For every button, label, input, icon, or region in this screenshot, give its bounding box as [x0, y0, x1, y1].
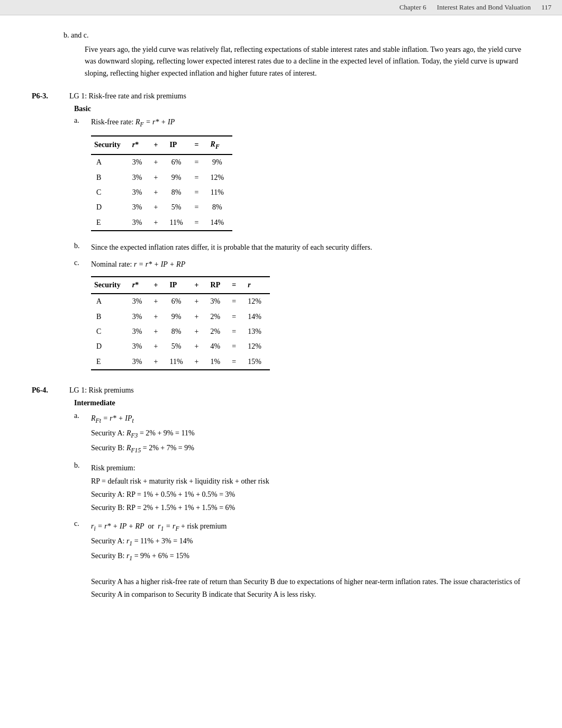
p64-num: P6-4.: [32, 386, 61, 395]
col-plus2b: +: [192, 277, 207, 294]
main-content: b. and c. Five years ago, the yield curv…: [0, 15, 562, 627]
chapter-label: Chapter 6: [400, 3, 427, 12]
bc-text: Five years ago, the yield curve was rela…: [64, 44, 530, 79]
p64-b-line1: Security A: RP = 1% + 0.5% + 1% + 0.5% =…: [91, 488, 530, 501]
table-row: B3%+9%=12%: [91, 170, 232, 185]
problem-p64: P6-4. LG 1: Risk premiums Intermediate a…: [32, 386, 530, 601]
bc-label: b. and c.: [64, 31, 530, 40]
col-plus2a: +: [150, 277, 166, 294]
p64-a-formula: RFt = r* + IPt: [91, 412, 530, 426]
p63-c-formula: Nominal rate: r = r* + IP + RP: [91, 259, 530, 270]
p63-subsection: Basic a. Risk-free rate: RF = r* + IP Se…: [32, 105, 530, 376]
p64-a-letter: a.: [74, 412, 85, 420]
chapter-title: Interest Rates and Bond Valuation: [437, 3, 531, 12]
p64-part-c: c. ri = r* + IP + RP or r1 = rF + risk p…: [74, 520, 530, 600]
p64-a-line1: Security A: RF3 = 2% + 9% = 11%: [91, 426, 530, 441]
p64-c-closing: Security A has a higher risk-free rate o…: [91, 576, 530, 601]
col-r-star: r*: [129, 136, 151, 154]
table-row: D3%+5%+4%=12%: [91, 339, 270, 354]
table-row: E3%+11%=14%: [91, 215, 232, 231]
table-row: A3%+6%=9%: [91, 154, 232, 170]
p63-title: LG 1: Risk-free rate and risk premiums: [69, 92, 186, 101]
p63-part-b: b. Since the expected inflation rates di…: [74, 242, 530, 253]
p64-c-formula: ri = r* + IP + RP or r1 = rF + risk prem…: [91, 520, 530, 534]
p63-a-table: Security r* + IP = RF A3%+6%=9%B3%+9%=12…: [91, 135, 232, 231]
table-row: E3%+11%+1%=15%: [91, 354, 270, 370]
p64-part-a: a. RFt = r* + IPt Security A: RF3 = 2% +…: [74, 412, 530, 456]
col-r-star2: r*: [129, 277, 151, 294]
page-header: Chapter 6 Interest Rates and Bond Valuat…: [0, 0, 562, 15]
p63-c-letter: c.: [74, 259, 85, 267]
table-row: A3%+6%+3%=12%: [91, 294, 270, 309]
p64-a-content: RFt = r* + IPt Security A: RF3 = 2% + 9%…: [91, 412, 530, 456]
table-row: B3%+9%+2%=14%: [91, 310, 270, 324]
p64-subsection: a. RFt = r* + IPt Security A: RF3 = 2% +…: [32, 412, 530, 601]
section-bc: b. and c. Five years ago, the yield curv…: [32, 31, 530, 79]
p63-a-content: Risk-free rate: RF = r* + IP Security r*…: [91, 116, 530, 236]
col-r2: r: [244, 277, 270, 294]
p64-c-letter: c.: [74, 520, 85, 528]
col-security2: Security: [91, 277, 129, 294]
p64-c-line1: Security A: r1 = 11% + 3% = 14%: [91, 534, 530, 549]
p64-b-line2: Security B: RP = 2% + 1.5% + 1% + 1.5% =…: [91, 501, 530, 514]
p64-a-line2: Security B: RF15 = 2% + 7% = 9%: [91, 441, 530, 456]
p63-b-content: Since the expected inflation rates diffe…: [91, 242, 530, 253]
col-security: Security: [91, 136, 129, 154]
table-row: C3%+8%=11%: [91, 185, 232, 200]
p63-header: P6-3. LG 1: Risk-free rate and risk prem…: [32, 92, 530, 101]
p63-part-a: a. Risk-free rate: RF = r* + IP Security…: [74, 116, 530, 236]
p63-a-letter: a.: [74, 116, 85, 125]
p63-c-table: Security r* + IP + RP = r A3%+6%+3%: [91, 276, 270, 370]
p64-sublabel: Intermediate: [32, 399, 530, 407]
p64-title: LG 1: Risk premiums: [69, 386, 134, 395]
p64-part-b: b. Risk premium: RP = default risk + mat…: [74, 461, 530, 515]
table-row: D3%+5%=8%: [91, 200, 232, 215]
page-number: 117: [541, 3, 551, 12]
p64-b-formula: RP = default risk + maturity risk + liqu…: [91, 475, 530, 488]
table-row: C3%+8%+2%=13%: [91, 324, 270, 339]
p63-b-letter: b.: [74, 242, 85, 250]
p64-c-content: ri = r* + IP + RP or r1 = rF + risk prem…: [91, 520, 530, 600]
col-rp2: RP: [207, 277, 229, 294]
problem-p63: P6-3. LG 1: Risk-free rate and risk prem…: [32, 92, 530, 376]
p63-a-formula: Risk-free rate: RF = r* + IP: [91, 116, 530, 130]
p63-sublabel: Basic: [74, 105, 530, 113]
col-rf: RF: [207, 136, 233, 154]
col-ip: IP: [166, 136, 191, 154]
header-text: Chapter 6 Interest Rates and Bond Valuat…: [400, 3, 551, 12]
p63-c-content: Nominal rate: r = r* + IP + RP Security …: [91, 259, 530, 376]
p64-b-content: Risk premium: RP = default risk + maturi…: [91, 461, 530, 515]
p64-b-label: Risk premium:: [91, 461, 530, 475]
p64-header: P6-4. LG 1: Risk premiums: [32, 386, 530, 395]
col-eq1: =: [192, 136, 207, 154]
col-plus1: +: [150, 136, 166, 154]
p64-c-line2: Security B: r1 = 9% + 6% = 15%: [91, 549, 530, 564]
p63-num: P6-3.: [32, 92, 61, 101]
p64-b-letter: b.: [74, 461, 85, 470]
p63-part-c: c. Nominal rate: r = r* + IP + RP Securi…: [74, 259, 530, 376]
col-ip2: IP: [166, 277, 191, 294]
col-eq2: =: [229, 277, 244, 294]
